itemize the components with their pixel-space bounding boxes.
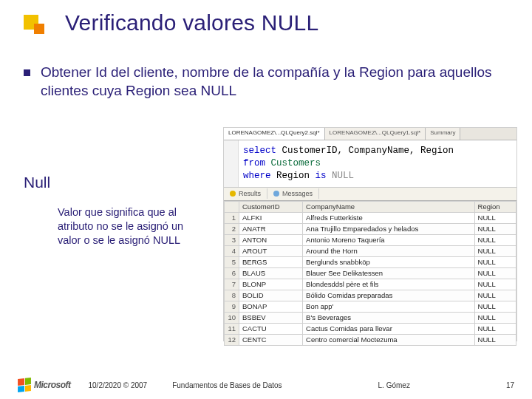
cell[interactable]: AROUT [239, 245, 303, 256]
microsoft-logo: Microsoft [18, 378, 71, 392]
table-row[interactable]: 4AROUTAround the HornNULL [225, 245, 516, 256]
results-grid: CustomerID CompanyName Region 1ALFKIAlfr… [224, 201, 516, 346]
grid-icon [230, 191, 236, 197]
table-row[interactable]: 1ALFKIAlfreds FutterkisteNULL [225, 212, 516, 223]
cell[interactable]: Bólido Comidas preparadas [303, 290, 474, 301]
sql-editor-panel: LORENAGOMEZ\...QLQuery2.sql* LORENAGOMEZ… [223, 127, 517, 341]
cell[interactable]: NULL [474, 334, 516, 345]
cell[interactable]: Ana Trujillo Emparedados y helados [303, 223, 474, 234]
col-customerid[interactable]: CustomerID [239, 201, 303, 212]
cell[interactable]: NULL [474, 223, 516, 234]
cell[interactable]: Alfreds Futterkiste [303, 212, 474, 223]
cell[interactable]: BONAP [239, 301, 303, 312]
table-row[interactable]: 6BLAUSBlauer See DelikatessenNULL [225, 267, 516, 279]
table-row[interactable]: 11CACTUCactus Comidas para llevarNULL [225, 323, 516, 334]
cell[interactable]: Around the Horn [303, 245, 474, 256]
grid-header-row: CustomerID CompanyName Region [225, 201, 516, 212]
cell[interactable]: ALFKI [239, 212, 303, 223]
cell[interactable]: NULL [474, 312, 516, 323]
null-definition: Valor que significa que al atributo no s… [58, 205, 194, 248]
slide-footer: Microsoft 10/2/2020 © 2007 Fundamentos d… [18, 378, 514, 392]
cell[interactable]: ANATR [239, 223, 303, 234]
sql-gutter [224, 140, 239, 187]
cell[interactable]: Antonio Moreno Taquería [303, 234, 474, 245]
messages-icon [273, 191, 279, 197]
cell[interactable]: NULL [474, 267, 516, 279]
results-tabbar: Results Messages [224, 188, 516, 201]
row-number: 12 [225, 334, 239, 345]
editor-tabbar: LORENAGOMEZ\...QLQuery2.sql* LORENAGOMEZ… [224, 128, 516, 140]
row-number: 10 [225, 312, 239, 323]
title-accent-orange [34, 24, 44, 34]
row-number: 4 [225, 245, 239, 256]
cell[interactable]: NULL [474, 301, 516, 312]
sql-line-3: where Region is NULL [243, 170, 509, 183]
bullet-item: Obtener Id del cliente, nombre de la com… [24, 64, 502, 100]
cell[interactable]: CENTC [239, 334, 303, 345]
cell[interactable]: NULL [474, 323, 516, 334]
null-heading: Null [24, 174, 50, 191]
row-number: 11 [225, 323, 239, 334]
col-companyname[interactable]: CompanyName [303, 201, 474, 212]
cell[interactable]: NULL [474, 245, 516, 256]
cell[interactable]: NULL [474, 290, 516, 301]
cell[interactable]: BSBEV [239, 312, 303, 323]
messages-tab[interactable]: Messages [267, 188, 319, 199]
table-row[interactable]: 3ANTONAntonio Moreno TaqueríaNULL [225, 234, 516, 245]
row-number: 8 [225, 290, 239, 301]
col-rownum [225, 201, 239, 212]
cell[interactable]: CACTU [239, 323, 303, 334]
bullet-text: Obtener Id del cliente, nombre de la com… [41, 64, 502, 100]
cell[interactable]: Blondesddsl père et fils [303, 279, 474, 290]
cell[interactable]: ANTON [239, 234, 303, 245]
table-row[interactable]: 7BLONPBlondesddsl père et filsNULL [225, 279, 516, 290]
microsoft-wordmark: Microsoft [34, 380, 71, 390]
cell[interactable]: NULL [474, 279, 516, 290]
bullet-icon [24, 69, 30, 76]
row-number: 5 [225, 256, 239, 267]
cell[interactable]: NULL [474, 212, 516, 223]
cell[interactable]: Cactus Comidas para llevar [303, 323, 474, 334]
cell[interactable]: NULL [474, 256, 516, 267]
cell[interactable]: Berglunds snabbköp [303, 256, 474, 267]
footer-course: Fundamentos de Bases de Datos [172, 381, 282, 389]
cell[interactable]: B's Beverages [303, 312, 474, 323]
cell[interactable]: BOLID [239, 290, 303, 301]
row-number: 7 [225, 279, 239, 290]
footer-date: 10/2/2020 © 2007 [89, 381, 148, 389]
sql-line-2: from Customers [243, 157, 509, 170]
row-number: 3 [225, 234, 239, 245]
table-row[interactable]: 12CENTCCentro comercial MoctezumaNULL [225, 334, 516, 345]
windows-flag-icon [18, 378, 31, 392]
col-region[interactable]: Region [474, 201, 516, 212]
cell[interactable]: Bon app' [303, 301, 474, 312]
table-row[interactable]: 5BERGSBerglunds snabbköpNULL [225, 256, 516, 267]
table-row[interactable]: 2ANATRAna Trujillo Emparedados y helados… [225, 223, 516, 234]
cell[interactable]: BLONP [239, 279, 303, 290]
row-number: 1 [225, 212, 239, 223]
slide-title: Verificando valores NULL [65, 10, 318, 35]
table-row[interactable]: 9BONAPBon app'NULL [225, 301, 516, 312]
table-row[interactable]: 10BSBEVB's BeveragesNULL [225, 312, 516, 323]
sql-line-1: select CustomerID, CompanyName, Region [243, 145, 509, 157]
cell[interactable]: BLAUS [239, 267, 303, 279]
footer-author: L. Gómez [378, 381, 410, 389]
sql-code-area[interactable]: select CustomerID, CompanyName, Region f… [224, 140, 516, 188]
row-number: 6 [225, 267, 239, 279]
editor-tab-2[interactable]: LORENAGOMEZ\...QLQuery1.sql* [325, 128, 426, 140]
cell[interactable]: Blauer See Delikatessen [303, 267, 474, 279]
row-number: 2 [225, 223, 239, 234]
slide-title-block: Verificando valores NULL [24, 10, 318, 35]
cell[interactable]: Centro comercial Moctezuma [303, 334, 474, 345]
table-row[interactable]: 8BOLIDBólido Comidas preparadasNULL [225, 290, 516, 301]
editor-tab-1[interactable]: LORENAGOMEZ\...QLQuery2.sql* [224, 128, 325, 140]
row-number: 9 [225, 301, 239, 312]
editor-tab-summary[interactable]: Summary [426, 128, 460, 140]
results-tab[interactable]: Results [224, 188, 267, 199]
cell[interactable]: NULL [474, 234, 516, 245]
cell[interactable]: BERGS [239, 256, 303, 267]
footer-page: 17 [506, 381, 514, 389]
